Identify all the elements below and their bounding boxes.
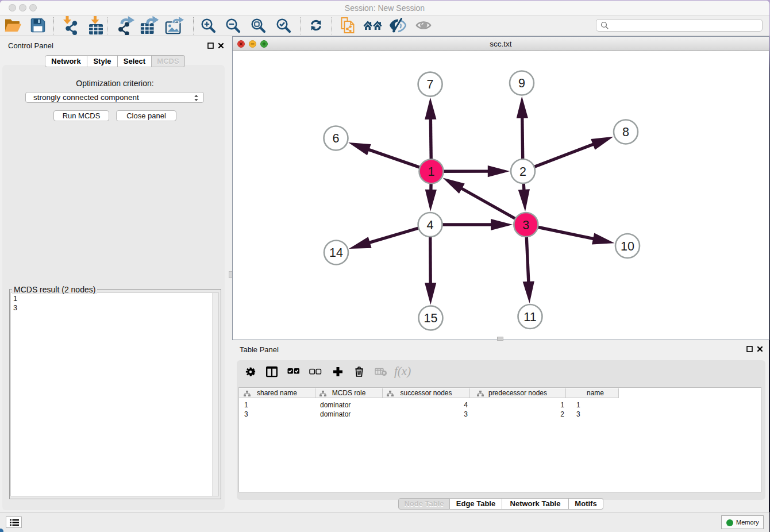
svg-text:7: 7	[427, 78, 434, 91]
svg-text:11: 11	[523, 310, 536, 324]
svg-text:8: 8	[622, 125, 629, 139]
svg-text:4: 4	[427, 218, 434, 232]
svg-text:2: 2	[519, 165, 526, 179]
svg-text:15: 15	[424, 311, 438, 325]
svg-text:9: 9	[518, 76, 525, 90]
svg-text:1: 1	[428, 165, 435, 179]
svg-text:3: 3	[522, 218, 529, 232]
svg-text:10: 10	[621, 240, 634, 253]
svg-text:6: 6	[333, 132, 340, 145]
svg-text:14: 14	[329, 246, 343, 260]
